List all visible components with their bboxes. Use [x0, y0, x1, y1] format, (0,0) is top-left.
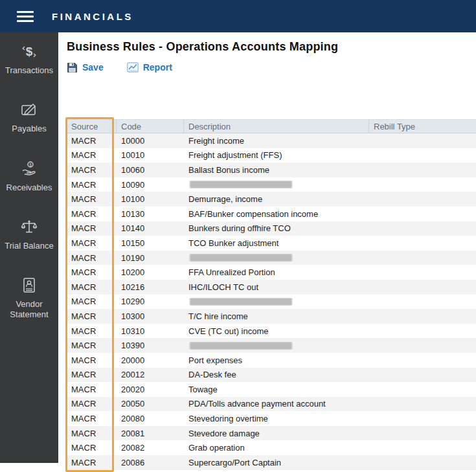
table-row[interactable]: MACR 10390 [67, 338, 476, 353]
sidebar-item-vendor-statement[interactable]: Vendor Statement [1, 276, 57, 320]
sidebar-nav: $ Transactions Payables $ [0, 32, 58, 463]
sidebar-item-receivables[interactable]: $ Receivables [1, 159, 57, 193]
cell-source: MACR [67, 297, 117, 306]
cell-code: 20020 [117, 385, 184, 394]
table-row[interactable]: MACR 10140 Bunkers during offhire TCO [67, 221, 476, 236]
cell-source: MACR [67, 326, 117, 336]
cell-code: 10200 [117, 267, 184, 277]
report-button[interactable]: Report [127, 62, 172, 73]
cell-source: MACR [67, 150, 117, 160]
cell-code: 10216 [117, 282, 184, 292]
cell-code: 20080 [117, 414, 184, 423]
sidebar-item-transactions[interactable]: $ Transactions [1, 42, 57, 76]
cell-source: MACR [67, 209, 117, 219]
cell-code: 10300 [117, 311, 184, 321]
cell-code: 10100 [117, 194, 184, 204]
table-row[interactable]: MACR 10060 Ballast Bonus income [67, 163, 476, 177]
cell-code: 10060 [117, 165, 184, 175]
table-row[interactable]: MACR 20000 Port expenses [67, 353, 476, 368]
cell-description: CVE (TC out) income [184, 326, 369, 336]
menu-hamburger-icon[interactable] [17, 11, 34, 22]
column-header-source[interactable]: Source [67, 120, 117, 133]
accounts-mapping-table: Source Code Description Rebill Type MACR… [67, 119, 476, 470]
cell-source: MACR [67, 341, 117, 350]
page-title: Business Rules - Operations Accounts Map… [67, 40, 476, 54]
table-row[interactable]: MACR 10090 [67, 177, 476, 192]
table-body: MACR 10000 Freight income MACR 10010 Fre… [67, 133, 476, 470]
main-content: Business Rules - Operations Accounts Map… [58, 32, 476, 472]
cell-code: 10310 [117, 326, 184, 336]
cell-code: 10290 [117, 297, 184, 306]
table-row[interactable]: MACR 20050 PDA/Tolls advance payment acc… [67, 397, 476, 412]
toolbar: Save Report [67, 60, 476, 74]
column-header-description[interactable]: Description [184, 120, 369, 133]
cell-description: Freight adjustment (FFS) [184, 150, 369, 160]
cell-description: Demurrage, income [184, 194, 369, 204]
table-row[interactable]: MACR 10200 FFA Unrealized Portion [67, 265, 476, 280]
cell-description [184, 298, 369, 306]
redacted-value [190, 254, 292, 262]
cell-description: Ballast Bonus income [184, 165, 369, 175]
cell-description: TCO Bunker adjustment [184, 238, 369, 248]
table-row[interactable]: MACR 10130 BAF/Bunker compensation incom… [67, 207, 476, 221]
cell-description: Port expenses [184, 355, 369, 365]
table-row[interactable]: MACR 10000 Freight income [67, 133, 476, 148]
table-row[interactable]: MACR 10216 IHC/ILOCH TC out [67, 280, 476, 295]
save-button-label: Save [82, 62, 104, 73]
sidebar-item-label: Vendor Statement [1, 299, 57, 320]
cell-description: IHC/ILOCH TC out [184, 282, 369, 292]
cell-code: 10010 [117, 150, 184, 160]
table-row[interactable]: MACR 20082 Grab operation [67, 440, 476, 455]
cell-description: BAF/Bunker compensation income [184, 209, 369, 219]
cell-code: 10150 [117, 238, 184, 248]
cell-description: Freight income [184, 136, 369, 146]
cell-code: 20012 [117, 370, 184, 379]
table-row[interactable]: MACR 10190 [67, 251, 476, 265]
sidebar-item-label: Trial Balance [5, 241, 53, 251]
table-row[interactable]: MACR 10300 T/C hire income [67, 309, 476, 324]
report-chart-icon [127, 62, 139, 73]
svg-text:$: $ [26, 45, 33, 58]
table-row[interactable]: MACR 10310 CVE (TC out) income [67, 324, 476, 339]
cell-code: 20086 [117, 458, 184, 467]
redacted-value [190, 181, 292, 188]
table-row[interactable]: MACR 20086 Supercargo/Port Captain [67, 455, 476, 470]
column-header-code[interactable]: Code [117, 120, 184, 133]
cell-source: MACR [67, 311, 117, 321]
redacted-value [190, 298, 292, 306]
cell-source: MACR [67, 180, 117, 190]
table-row[interactable]: MACR 10150 TCO Bunker adjustment [67, 236, 476, 251]
cell-source: MACR [67, 267, 117, 277]
transactions-dollar-icon: $ [19, 42, 39, 62]
cell-description: FFA Unrealized Portion [184, 267, 369, 277]
sidebar-item-trial-balance[interactable]: Trial Balance [1, 218, 57, 251]
save-button[interactable]: Save [67, 62, 104, 73]
cell-code: 20081 [117, 429, 184, 438]
table-row[interactable]: MACR 10290 [67, 295, 476, 309]
cell-source: MACR [67, 443, 117, 453]
table-row[interactable]: MACR 20020 Towage [67, 382, 476, 397]
cell-description: T/C hire income [184, 311, 369, 321]
cell-description: Grab operation [184, 443, 369, 453]
sidebar-item-label: Transactions [5, 65, 53, 76]
table-row[interactable]: MACR 10010 Freight adjustment (FFS) [67, 148, 476, 163]
column-header-rebill-type[interactable]: Rebill Type [369, 120, 476, 133]
cell-code: 10130 [117, 209, 184, 219]
table-row[interactable]: MACR 20080 Stevedoring overtime [67, 411, 476, 426]
sidebar-item-payables[interactable]: Payables [1, 100, 57, 134]
table-row[interactable]: MACR 20081 Stevedore damage [67, 426, 476, 441]
cell-source: MACR [67, 223, 117, 233]
table-row[interactable]: MACR 10100 Demurrage, income [67, 192, 476, 207]
cell-source: MACR [67, 429, 117, 438]
receivables-hand-coin-icon: $ [19, 159, 39, 179]
cell-description: Stevedore damage [184, 429, 369, 438]
payables-pen-icon [19, 100, 39, 120]
cell-source: MACR [67, 355, 117, 365]
top-bar: FINANCIALS [0, 0, 476, 32]
cell-code: 10140 [117, 223, 184, 233]
cell-description [184, 342, 369, 350]
table-row[interactable]: MACR 20012 DA-Desk fee [67, 368, 476, 383]
cell-description: DA-Desk fee [184, 370, 369, 379]
trial-balance-scale-icon [19, 218, 39, 237]
cell-source: MACR [67, 458, 117, 467]
